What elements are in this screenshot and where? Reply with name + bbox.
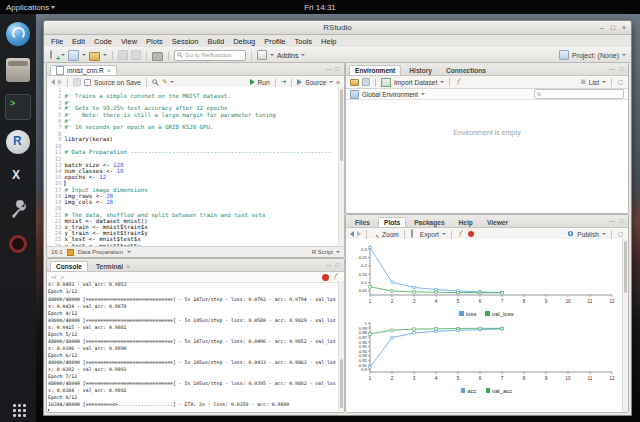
maximize-pane-icon[interactable]: □ xyxy=(335,66,339,72)
menu-item-plots[interactable]: Plots xyxy=(146,37,163,46)
scope-dropdown-icon[interactable] xyxy=(421,93,425,95)
forward-icon[interactable] xyxy=(58,79,62,85)
new-file-button[interactable]: + xyxy=(49,51,58,60)
save-workspace-icon[interactable] xyxy=(362,78,370,86)
minimize-pane-icon[interactable]: — xyxy=(325,262,331,268)
menu-item-session[interactable]: Session xyxy=(172,37,199,46)
section-dropdown-icon[interactable] xyxy=(127,251,131,253)
tab-help[interactable]: Help xyxy=(453,217,479,227)
minimize-pane-icon[interactable]: — xyxy=(325,66,331,72)
new-project-dropdown-icon[interactable] xyxy=(82,54,86,56)
menu-item-debug[interactable]: Debug xyxy=(233,37,255,46)
goto-file-input[interactable] xyxy=(185,52,243,58)
menu-item-tools[interactable]: Tools xyxy=(295,37,313,46)
plots-scrollbar[interactable] xyxy=(622,239,628,412)
minimize-pane-icon[interactable]: — xyxy=(609,66,615,72)
document-outline-icon[interactable]: ≡ xyxy=(336,79,340,86)
previous-plot-icon[interactable] xyxy=(350,231,354,237)
title-bar[interactable]: RStudio – □ × xyxy=(44,21,631,35)
editor-scrollbar[interactable] xyxy=(338,87,344,247)
close-tab-icon[interactable]: × xyxy=(107,68,111,73)
refresh-icon[interactable] xyxy=(617,79,624,86)
tab-environment[interactable]: Environment xyxy=(349,65,401,75)
show-applications-icon[interactable] xyxy=(11,402,25,416)
source-button[interactable]: Source xyxy=(305,79,326,86)
menu-item-profile[interactable]: Profile xyxy=(264,37,285,46)
load-workspace-icon[interactable] xyxy=(350,79,359,86)
maximize-pane-icon[interactable]: □ xyxy=(335,262,339,268)
clear-plots-icon[interactable] xyxy=(468,231,474,237)
addins-button[interactable]: Addins xyxy=(277,52,298,59)
source-on-save-checkbox[interactable] xyxy=(84,79,91,86)
tab-packages[interactable]: Packages xyxy=(408,217,450,227)
scope-selector[interactable]: Global Environment xyxy=(362,91,418,98)
remove-plot-icon[interactable] xyxy=(457,230,465,238)
addins-dropdown-icon[interactable] xyxy=(301,54,305,56)
clear-environment-icon[interactable] xyxy=(455,78,463,86)
tab-plots[interactable]: Plots xyxy=(378,217,406,227)
browser-icon[interactable] xyxy=(6,22,30,46)
save-icon[interactable] xyxy=(118,50,128,60)
open-recent-dropdown-icon[interactable] xyxy=(103,54,107,56)
stop-icon[interactable] xyxy=(322,274,329,281)
refresh-plots-icon[interactable] xyxy=(617,231,624,238)
import-dataset-dropdown-icon[interactable] xyxy=(440,81,444,83)
source-dropdown-icon[interactable] xyxy=(329,81,333,83)
console-scrollbar[interactable] xyxy=(338,281,344,411)
tab-mnist-cnn[interactable]: mnist_cnn.R × xyxy=(50,65,117,75)
menu-item-code[interactable]: Code xyxy=(94,37,112,46)
tab-console[interactable]: Console xyxy=(50,261,88,271)
tab-viewer[interactable]: Viewer xyxy=(481,217,514,227)
pane-layout-icon[interactable] xyxy=(257,50,267,60)
menu-item-view[interactable]: View xyxy=(121,37,137,46)
export-button[interactable]: Export xyxy=(420,231,439,238)
applications-menu[interactable]: Applications xyxy=(6,3,55,12)
menu-item-edit[interactable]: Edit xyxy=(72,37,85,46)
find-replace-icon[interactable] xyxy=(152,79,159,86)
r-project-icon[interactable] xyxy=(6,130,30,154)
save-file-icon[interactable] xyxy=(73,78,81,86)
export-dropdown-icon[interactable] xyxy=(442,233,446,235)
menu-item-help[interactable]: Help xyxy=(321,37,336,46)
maximize-pane-icon[interactable]: □ xyxy=(619,218,623,224)
open-file-icon[interactable] xyxy=(89,52,100,61)
menu-item-build[interactable]: Build xyxy=(207,37,224,46)
project-button[interactable]: Project: (None) xyxy=(559,50,626,60)
files-icon[interactable] xyxy=(6,58,30,82)
working-directory[interactable]: ~/ xyxy=(51,274,56,280)
new-project-button[interactable] xyxy=(68,50,79,61)
maximize-button[interactable]: □ xyxy=(611,21,615,34)
wrench-icon[interactable] xyxy=(6,198,30,222)
code-tools-dropdown-icon[interactable] xyxy=(170,81,174,83)
recorder-icon[interactable] xyxy=(6,232,30,256)
minimize-button[interactable]: – xyxy=(600,21,604,34)
new-file-dropdown-icon[interactable] xyxy=(61,54,65,56)
save-all-icon[interactable] xyxy=(131,50,141,60)
publish-button[interactable]: Publish xyxy=(577,231,599,238)
clock[interactable]: Fri 14:31 xyxy=(304,3,336,12)
run-button[interactable]: Run xyxy=(258,79,270,86)
tab-files[interactable]: Files xyxy=(349,217,376,227)
tab-connections[interactable]: Connections xyxy=(440,65,492,75)
code-editor[interactable]: 12#' Trains a simple convnet on the MNIS… xyxy=(47,87,339,247)
list-view-dropdown-icon[interactable] xyxy=(602,81,606,83)
zoom-button[interactable]: Zoom xyxy=(382,231,399,238)
tab-terminal[interactable]: Terminal× xyxy=(90,261,136,271)
file-type-label[interactable]: R Script xyxy=(312,249,333,255)
back-icon[interactable] xyxy=(51,79,55,85)
close-button[interactable]: × xyxy=(622,21,626,34)
utilities-icon[interactable] xyxy=(6,164,30,188)
next-plot-icon[interactable] xyxy=(357,231,361,237)
print-icon[interactable] xyxy=(152,52,163,61)
maximize-pane-icon[interactable]: □ xyxy=(619,66,623,72)
publish-dropdown-icon[interactable] xyxy=(602,233,606,235)
code-tools-icon[interactable]: ✎ xyxy=(162,78,168,86)
import-dataset-button[interactable]: Import Dataset xyxy=(394,79,437,86)
terminal-icon[interactable] xyxy=(5,94,31,120)
minimize-pane-icon[interactable]: — xyxy=(609,218,615,224)
clear-console-icon[interactable] xyxy=(332,273,340,281)
section-label[interactable]: Data Preparation xyxy=(78,249,123,255)
pane-layout-dropdown-icon[interactable] xyxy=(270,54,274,56)
open-directory-icon[interactable]: ↗ xyxy=(59,274,64,281)
file-type-dropdown-icon[interactable] xyxy=(336,251,340,253)
